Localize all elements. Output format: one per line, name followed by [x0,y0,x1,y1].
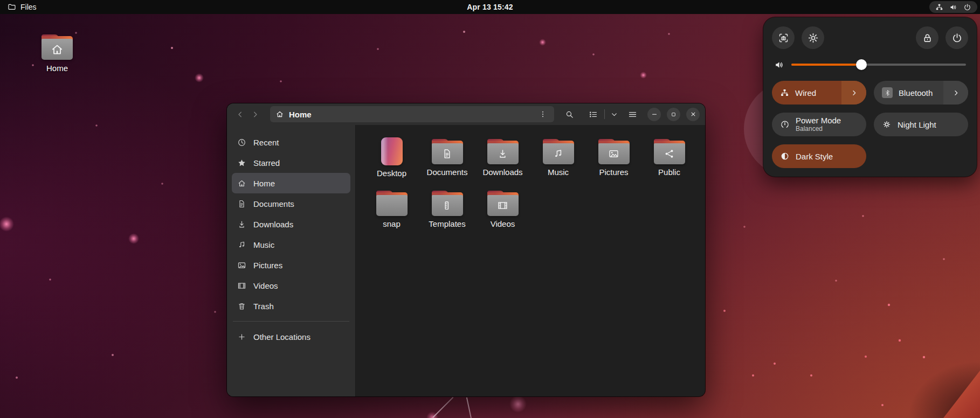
folder-icon [598,139,630,164]
trash-icon [237,302,246,311]
night-light-toggle[interactable]: Night Light [874,113,968,136]
wired-toggle-main[interactable]: Wired [772,81,841,104]
file-name: Documents [427,168,468,177]
picture-emblem-icon [608,148,619,159]
sidebar-item-label: Pictures [253,261,282,270]
bluetooth-expand-button[interactable] [943,81,968,104]
sidebar-item-trash[interactable]: Trash [232,296,350,316]
divider [604,109,605,119]
folder-icon [487,139,519,164]
sidebar-item-music[interactable]: Music [232,234,350,255]
clock-button[interactable]: Apr 13 15:42 [467,3,513,11]
power-mode-toggle[interactable]: Power Mode Balanced [772,113,866,136]
wallpaper-constellation-line [466,398,472,418]
pathbar[interactable]: Home [270,106,554,122]
file-item-snap[interactable]: snap [364,185,419,237]
sidebar: Recent Starred Home Documents Downloads [227,125,356,396]
close-icon [689,110,697,118]
sidebar-item-downloads[interactable]: Downloads [232,214,350,234]
kebab-menu-icon [539,110,547,119]
file-name: Downloads [482,168,522,177]
close-button[interactable] [686,108,700,121]
focused-app-menu-button[interactable]: Files [0,0,44,14]
sidebar-item-pictures[interactable]: Pictures [232,255,350,275]
main-menu-button[interactable] [625,107,640,122]
video-icon [237,281,246,290]
desktop-root: Files Apr 13 15:42 Home Home [0,0,980,418]
file-item-music[interactable]: Music [530,134,586,185]
forward-button[interactable] [247,107,263,122]
file-name: Desktop [377,169,406,178]
document-icon [237,199,246,208]
toggle-label: Power Mode [796,116,841,125]
bluetooth-icon [882,87,893,98]
toggle-sublabel: Balanced [796,126,841,133]
minimize-icon [651,110,658,118]
file-grid[interactable]: Desktop Documents Downloads Music [356,125,705,396]
settings-gear-icon [808,32,819,44]
wallpaper-glow [539,39,546,46]
wallpaper-glow [195,73,204,82]
chevron-right-icon [952,89,960,97]
window-headerbar[interactable]: Home [227,103,705,125]
file-item-videos[interactable]: Videos [475,185,530,237]
folder-icon [376,191,408,216]
search-icon [565,110,574,119]
file-item-templates[interactable]: Templates [419,185,475,237]
file-item-pictures[interactable]: Pictures [586,134,641,185]
view-options-button[interactable] [609,107,619,122]
chevron-right-icon [850,89,858,97]
list-view-icon [589,110,598,119]
settings-button[interactable] [802,26,824,49]
screenshot-button[interactable] [772,26,795,49]
file-item-documents[interactable]: Documents [419,134,475,185]
sidebar-item-documents[interactable]: Documents [232,193,350,214]
volume-slider-knob[interactable] [856,59,867,70]
wallpaper-glow [128,233,139,244]
pathbar-menu-button[interactable] [537,107,549,122]
file-item-downloads[interactable]: Downloads [475,134,530,185]
download-icon [237,220,246,229]
sidebar-item-home[interactable]: Home [232,173,350,193]
file-item-desktop[interactable]: Desktop [364,134,419,185]
files-window: Home Recent [227,103,705,396]
sidebar-item-other-locations[interactable]: Other Locations [232,326,350,347]
file-name: Templates [429,219,465,228]
volume-icon [774,60,784,70]
folder-icon [487,191,519,216]
sidebar-item-recent[interactable]: Recent [232,132,350,152]
power-icon [963,3,971,11]
wallpaper-glow [0,217,14,232]
list-view-button[interactable] [585,107,601,122]
toggle-label: Dark Style [796,152,833,161]
desktop-icon-label: Home [36,64,79,73]
wallpaper-glow [509,395,527,413]
quick-settings-panel: Wired Bluetooth Power Mode Balanced [763,17,977,177]
maximize-button[interactable] [667,108,680,121]
toggle-label: Night Light [898,120,936,129]
sidebar-item-label: Documents [253,199,294,208]
minimize-button[interactable] [647,108,661,121]
bluetooth-toggle-main[interactable]: Bluetooth [874,81,943,104]
hamburger-menu-icon [628,110,637,119]
power-off-button[interactable] [946,26,968,49]
back-button[interactable] [232,107,247,122]
desktop-icon-home[interactable]: Home [36,34,79,73]
sidebar-item-starred[interactable]: Starred [232,152,350,173]
plus-icon [237,332,246,342]
document-emblem-icon [441,148,453,159]
file-item-public[interactable]: Public [641,134,697,185]
search-button[interactable] [562,107,577,122]
volume-slider[interactable] [791,64,966,66]
folder-icon [654,139,685,164]
system-tray-button[interactable] [929,1,977,13]
desktop-folder-icon [381,137,403,165]
sidebar-item-videos[interactable]: Videos [232,275,350,296]
wired-expand-button[interactable] [841,81,866,104]
recent-clock-icon [237,138,246,147]
volume-slider-fill [791,64,861,66]
volume-row [774,58,966,72]
wallpaper-constellation-line [432,397,453,418]
dark-style-toggle[interactable]: Dark Style [772,144,866,168]
lock-screen-button[interactable] [916,26,938,49]
